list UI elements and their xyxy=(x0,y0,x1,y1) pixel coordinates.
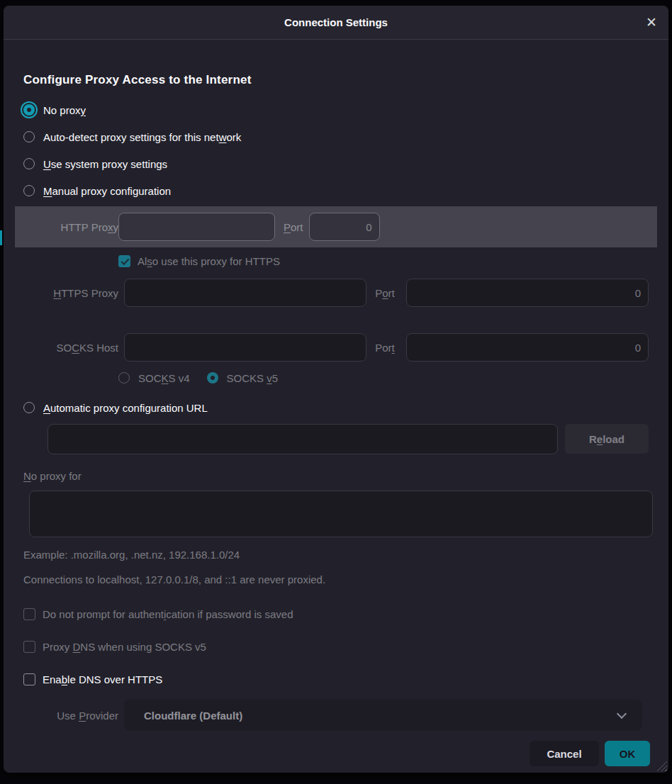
auto-config-url-input[interactable] xyxy=(47,424,558,454)
dialog-title: Connection Settings xyxy=(284,16,388,28)
page-title: Configure Proxy Access to the Internet xyxy=(23,71,649,89)
socks-host-row: SOCKS Host Port xyxy=(23,333,649,362)
http-proxy-label: HTTP Proxy xyxy=(23,221,118,233)
radio-label-auto-config-url: Automatic proxy configuration URL xyxy=(43,402,208,414)
no-proxy-note-text: Connections to localhost, 127.0.0.1/8, a… xyxy=(23,571,649,589)
ok-button[interactable]: OK xyxy=(605,741,650,766)
socks-version-group: SOCKS v4 SOCKS v5 xyxy=(118,367,649,388)
radio-option-no-proxy[interactable]: No proxy xyxy=(23,96,649,123)
dialog-buttons: Cancel OK xyxy=(23,741,650,766)
also-https-checkbox-row[interactable]: Also use this proxy for HTTPS xyxy=(118,250,649,271)
socks-port-label: Port xyxy=(375,342,395,354)
also-https-checkbox-icon[interactable] xyxy=(118,255,130,267)
https-proxy-input[interactable] xyxy=(124,279,366,307)
provider-selected-value: Cloudflare (Default) xyxy=(144,710,242,722)
screen-edge-artifact xyxy=(0,230,2,245)
http-port-label: Port xyxy=(284,221,303,233)
http-proxy-input[interactable] xyxy=(118,213,275,241)
proxy-mode-group: No proxy Auto-detect proxy settings for … xyxy=(23,96,649,204)
radio-label-no-proxy: No proxy xyxy=(43,104,86,116)
https-port-label: Port xyxy=(375,287,395,299)
dialog-content: Configure Proxy Access to the Internet N… xyxy=(4,40,668,766)
no-proxy-for-textarea[interactable] xyxy=(29,491,653,537)
radio-label-socks-v4: SOCKS v4 xyxy=(138,372,190,384)
no-proxy-example-text: Example: .mozilla.org, .net.nz, 192.168.… xyxy=(23,546,649,564)
https-port-input[interactable] xyxy=(406,279,649,307)
radio-label-socks-v5: SOCKS v5 xyxy=(227,372,279,384)
radio-icon-system-proxy[interactable] xyxy=(23,158,35,169)
radio-option-auto-detect[interactable]: Auto-detect proxy settings for this netw… xyxy=(23,123,649,150)
socks-host-label: SOCKS Host xyxy=(23,342,118,354)
radio-icon-socks-v5[interactable] xyxy=(207,372,218,383)
cancel-button[interactable]: Cancel xyxy=(530,741,599,766)
radio-icon-socks-v4[interactable] xyxy=(118,372,130,383)
socks-port-input[interactable] xyxy=(406,333,649,362)
enable-doh-checkbox-icon[interactable] xyxy=(23,673,35,685)
https-proxy-row: HTTPS Proxy Port xyxy=(23,279,649,307)
radio-icon-no-proxy[interactable] xyxy=(23,104,35,116)
doh-provider-row: Use Provider Cloudflare (Default) xyxy=(23,700,649,731)
dialog-titlebar: Connection Settings ✕ xyxy=(4,6,668,40)
chevron-down-icon xyxy=(618,710,625,717)
no-prompt-auth-label: Do not prompt for authentication if pass… xyxy=(43,608,293,620)
radio-label-manual-proxy: Manual proxy configuration xyxy=(43,185,171,197)
radio-option-system-proxy[interactable]: Use system proxy settings xyxy=(23,150,649,177)
also-https-label: Also use this proxy for HTTPS xyxy=(138,255,280,267)
http-proxy-row-highlighted: HTTP Proxy Port xyxy=(15,206,657,247)
https-proxy-label: HTTPS Proxy xyxy=(23,287,118,299)
no-prompt-auth-checkbox-row[interactable]: Do not prompt for authentication if pass… xyxy=(23,603,649,625)
radio-icon-manual-proxy[interactable] xyxy=(23,185,35,196)
proxy-dns-checkbox-icon[interactable] xyxy=(23,641,35,653)
provider-select[interactable]: Cloudflare (Default) xyxy=(124,700,642,731)
radio-option-manual-proxy[interactable]: Manual proxy configuration xyxy=(23,177,649,204)
reload-button[interactable]: Reload xyxy=(565,424,649,454)
no-prompt-auth-checkbox-icon[interactable] xyxy=(23,608,35,620)
proxy-dns-label: Proxy DNS when using SOCKS v5 xyxy=(43,641,206,653)
enable-doh-checkbox-row[interactable]: Enable DNS over HTTPS xyxy=(23,668,649,690)
options-checkbox-group: Do not prompt for authentication if pass… xyxy=(23,603,649,690)
enable-doh-label: Enable DNS over HTTPS xyxy=(43,673,162,685)
proxy-dns-checkbox-row[interactable]: Proxy DNS when using SOCKS v5 xyxy=(23,636,649,657)
radio-label-system-proxy: Use system proxy settings xyxy=(43,158,167,170)
use-provider-label: Use Provider xyxy=(23,710,118,722)
socks-host-input[interactable] xyxy=(124,333,366,362)
auto-config-url-row: Reload xyxy=(23,424,649,454)
radio-option-auto-config-url[interactable]: Automatic proxy configuration URL xyxy=(23,394,649,421)
close-icon[interactable]: ✕ xyxy=(646,6,657,39)
radio-icon-auto-config-url[interactable] xyxy=(23,402,35,413)
http-port-input[interactable] xyxy=(309,213,380,241)
no-proxy-for-label: No proxy for xyxy=(23,467,649,486)
connection-settings-dialog: Connection Settings ✕ Configure Proxy Ac… xyxy=(4,6,668,773)
radio-icon-auto-detect[interactable] xyxy=(23,131,35,142)
radio-label-auto-detect: Auto-detect proxy settings for this netw… xyxy=(43,131,241,143)
